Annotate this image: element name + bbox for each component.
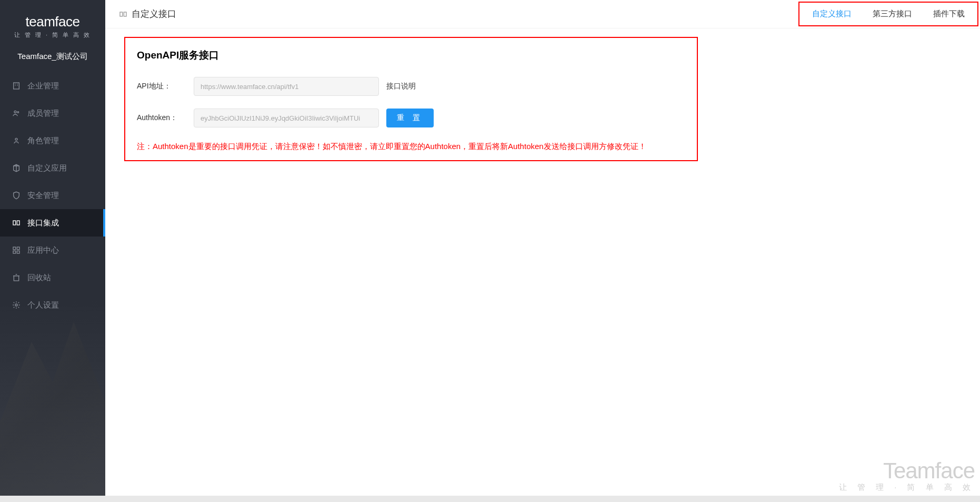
- api-url-label: API地址：: [137, 82, 194, 91]
- sidebar: teamface 让 管 理 · 简 单 高 效 Teamface_测试公司 企…: [0, 0, 105, 502]
- svg-rect-16: [120, 12, 123, 16]
- svg-rect-13: [17, 251, 19, 253]
- nav-item-enterprise[interactable]: 企业管理: [0, 72, 105, 100]
- nav-label: 个人设置: [27, 300, 59, 310]
- nav-label: 安全管理: [27, 191, 59, 201]
- authtoken-label: Authtoken：: [137, 113, 194, 123]
- header-tabs: 自定义接口 第三方接口 插件下载: [798, 2, 978, 26]
- svg-rect-0: [14, 83, 19, 89]
- tab-custom-api[interactable]: 自定义接口: [802, 6, 862, 22]
- nav-label: 成员管理: [27, 109, 59, 119]
- nav-item-security[interactable]: 安全管理: [0, 182, 105, 209]
- openapi-panel: OpenAPI服务接口 API地址： 接口说明 Authtoken： 重 置 注…: [124, 37, 698, 161]
- tab-third-party[interactable]: 第三方接口: [862, 6, 923, 22]
- api-page-icon: [119, 10, 127, 18]
- user-role-icon: [12, 136, 21, 145]
- api-icon: [12, 218, 21, 228]
- header-left: 自定义接口: [119, 8, 176, 20]
- authtoken-row: Authtoken： 重 置: [137, 109, 685, 127]
- shield-icon: [12, 191, 21, 200]
- svg-rect-8: [13, 221, 16, 225]
- api-url-input[interactable]: [194, 77, 379, 96]
- page-title: 自定义接口: [132, 8, 176, 20]
- svg-point-5: [14, 111, 16, 113]
- watermark: Teamface 让 管 理 · 简 单 高 效: [839, 458, 975, 493]
- api-url-row: API地址： 接口说明: [137, 77, 685, 96]
- cube-icon: [12, 163, 21, 173]
- nav-item-custom-app[interactable]: 自定义应用: [0, 154, 105, 182]
- nav-label: 自定义应用: [27, 163, 67, 173]
- logo-area: teamface 让 管 理 · 简 单 高 效: [0, 0, 105, 43]
- logo-text: teamface: [0, 14, 105, 30]
- nav-item-api[interactable]: 接口集成: [0, 209, 105, 237]
- svg-rect-14: [14, 276, 18, 281]
- svg-rect-17: [124, 12, 126, 16]
- bottom-status-bar: [0, 496, 980, 502]
- nav-label: 应用中心: [27, 245, 59, 255]
- svg-point-15: [15, 304, 17, 306]
- watermark-main: Teamface: [839, 458, 975, 484]
- nav-label: 回收站: [27, 273, 51, 283]
- nav-item-trash[interactable]: 回收站: [0, 264, 105, 291]
- svg-point-7: [15, 138, 17, 140]
- nav-item-settings[interactable]: 个人设置: [0, 291, 105, 319]
- apps-icon: [12, 245, 21, 255]
- svg-rect-9: [17, 221, 19, 225]
- tab-plugin-download[interactable]: 插件下载: [923, 6, 975, 22]
- svg-rect-12: [13, 251, 16, 253]
- nav-label: 企业管理: [27, 81, 59, 91]
- nav-list: 企业管理 成员管理 角色管理 自定义应用 安全管理 接口集成 应用中心 回收站: [0, 72, 105, 319]
- trash-icon: [12, 273, 21, 282]
- reset-button[interactable]: 重 置: [386, 109, 434, 127]
- users-icon: [12, 109, 21, 118]
- authtoken-input[interactable]: [194, 109, 379, 127]
- svg-point-6: [17, 112, 19, 113]
- svg-rect-11: [17, 247, 19, 250]
- nav-label: 角色管理: [27, 136, 59, 146]
- logo-subtitle: 让 管 理 · 简 单 高 效: [0, 31, 105, 39]
- page-header: 自定义接口 自定义接口 第三方接口 插件下载: [105, 0, 980, 28]
- nav-item-roles[interactable]: 角色管理: [0, 127, 105, 154]
- nav-item-app-center[interactable]: 应用中心: [0, 237, 105, 264]
- company-name: Teamface_测试公司: [0, 43, 105, 72]
- panel-title: OpenAPI服务接口: [137, 48, 685, 62]
- api-doc-link[interactable]: 接口说明: [386, 82, 416, 91]
- svg-rect-10: [13, 247, 16, 250]
- nav-label: 接口集成: [27, 218, 59, 228]
- building-icon: [12, 81, 21, 91]
- nav-item-members[interactable]: 成员管理: [0, 100, 105, 127]
- gear-icon: [12, 300, 21, 310]
- watermark-sub: 让 管 理 · 简 单 高 效: [839, 483, 975, 493]
- warning-text: 注：Authtoken是重要的接口调用凭证，请注意保密！如不慎泄密，请立即重置您…: [137, 140, 685, 153]
- main-content: OpenAPI服务接口 API地址： 接口说明 Authtoken： 重 置 注…: [105, 28, 980, 502]
